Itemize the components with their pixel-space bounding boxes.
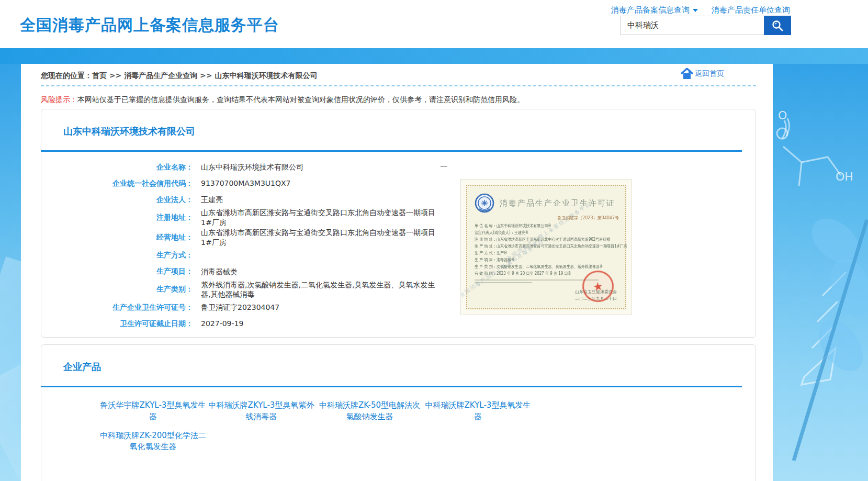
products-card-title: 企业产品 xyxy=(63,361,101,373)
field-row: 生产企业卫生许可证号：鲁卫消证字202304047 xyxy=(41,299,491,316)
nav-filing-query-link[interactable]: 消毒产品备案信息查询 xyxy=(611,5,698,15)
breadcrumb-enterprise-query[interactable]: 消毒产品生产企业查询 xyxy=(124,71,197,80)
product-link[interactable]: 中科瑞沃牌ZK-50型电解法次氯酸钠发生器 xyxy=(315,400,424,423)
field-label: 生产项目： xyxy=(41,267,193,276)
risk-warning-label: 风险提示： xyxy=(41,95,77,104)
field-label: 生产方式： xyxy=(41,251,193,260)
certificate-inner: 消毒产品生产企业卫生许可证 鲁卫消证字（2023）第04047号 单 位 名 称… xyxy=(466,185,626,309)
return-home-button[interactable]: 返回首页 xyxy=(680,68,724,80)
field-label: 企业统一社会信用代码： xyxy=(41,179,193,188)
field-value: 消毒器械类 xyxy=(201,267,238,277)
field-value: 紫外线消毒器,次氯酸钠发生器,二氧化氯发生器,臭氧发生器、臭氧水发生器,其他器械… xyxy=(201,280,444,300)
field-row: 企业法人：王建亮 xyxy=(41,192,491,208)
return-home-label: 返回首页 xyxy=(695,69,724,79)
nav-responsible-unit-label: 消毒产品责任单位查询 xyxy=(712,5,790,15)
field-value: 山东省潍坊市高新区潍安路与宝通街交叉路口东北角自动变速器一期项目1#厂房 xyxy=(201,228,444,248)
search-bar xyxy=(621,16,791,35)
certificate-line: 注 册 地 址：山东省潍坊高新区玉清东街以北中心次干道以西高新大厦902号科研楼 xyxy=(475,237,626,243)
risk-warning-text: 本网站仅基于已掌握的信息提供查询服务，查询结果不代表本网站对被查询对象信用状况的… xyxy=(77,95,524,104)
breadcrumb-prefix: 您现在的位置： xyxy=(41,71,92,80)
breadcrumb: 您现在的位置：首页 >> 消毒产品生产企业查询 >> 山东中科瑞沃环境技术有限公… xyxy=(41,71,317,81)
chevron-down-icon xyxy=(693,9,698,12)
dash-mark: — xyxy=(440,162,447,170)
field-row: 注册地址：山东省潍坊市高新区潍安路与宝通街交叉路口东北角自动变速器一期项目1#厂… xyxy=(41,208,491,228)
field-row: 经营地址：山东省潍坊市高新区潍安路与宝通街交叉路口东北角自动变速器一期项目1#厂… xyxy=(41,228,491,248)
field-row: 企业统一社会信用代码：91370700MA3M3U1QX7 xyxy=(41,175,491,192)
product-link[interactable]: 中科瑞沃牌ZKYL-3型臭氧紫外线消毒器 xyxy=(207,400,315,423)
field-label: 注册地址： xyxy=(41,213,193,222)
card-divider-2 xyxy=(41,386,742,387)
breadcrumb-current: 山东中科瑞沃环境技术有限公司 xyxy=(215,71,317,80)
dashed-divider xyxy=(41,85,756,86)
nav-responsible-unit-link[interactable]: 消毒产品责任单位查询 xyxy=(712,5,790,15)
field-row: 生产类别：紫外线消毒器,次氯酸钠发生器,二氧化氯发生器,臭氧发生器、臭氧水发生器… xyxy=(41,280,491,300)
field-value: 鲁卫消证字202304047 xyxy=(201,303,279,312)
field-row: 卫生许可证截止日期：2027-09-19 xyxy=(41,316,491,332)
svg-text:OH: OH xyxy=(836,170,853,183)
field-value: 山东中科瑞沃环境技术有限公司 xyxy=(201,162,303,172)
field-value: 山东省潍坊市高新区潍安路与宝通街交叉路口东北角自动变速器一期项目1#厂房 xyxy=(201,208,444,228)
breadcrumb-home[interactable]: 首页 xyxy=(92,71,107,80)
field-value: 91370700MA3M3U1QX7 xyxy=(201,178,290,188)
nav-filing-query-label: 消毒产品备案信息查询 xyxy=(611,5,690,15)
product-link[interactable]: 中科瑞沃牌ZK-200型化学法二氧化氯发生器 xyxy=(99,430,207,453)
header-blue-band xyxy=(0,48,868,64)
top-nav: 消毒产品备案信息查询 消毒产品责任单位查询 xyxy=(611,5,790,15)
products-card: 企业产品 鲁沃华宇牌ZKYL-3型臭氧发生器中科瑞沃牌ZKYL-3型臭氧紫外线消… xyxy=(41,344,756,481)
molecule-decor-icon: OH O xyxy=(773,84,868,461)
product-links: 鲁沃华宇牌ZKYL-3型臭氧发生器中科瑞沃牌ZKYL-3型臭氧紫外线消毒器中科瑞… xyxy=(99,400,559,453)
search-button[interactable] xyxy=(764,16,791,35)
breadcrumb-separator: >> xyxy=(109,71,121,80)
seal-star: ★ xyxy=(592,279,604,294)
card-divider xyxy=(41,150,742,152)
field-label: 生产企业卫生许可证号： xyxy=(41,303,193,312)
certificate-line: 生 产 项 目：消毒器械※ xyxy=(475,257,626,264)
field-value: 2027-09-19 xyxy=(201,319,243,329)
company-info-card: 山东中科瑞沃环境技术有限公司 企业名称：山东中科瑞沃环境技术有限公司企业统一社会… xyxy=(41,109,756,338)
field-label: 经营地址： xyxy=(41,233,193,242)
field-label: 企业法人： xyxy=(41,195,193,205)
certificate-number: 鲁卫消证字（2023）第04047号 xyxy=(475,215,619,221)
certificate-line: 生 产 地 址：山东省潍坊市高新区潍安路与宝通街交叉路口东北角自动变速器一期项目… xyxy=(475,243,626,250)
field-label: 企业名称： xyxy=(41,163,193,172)
breadcrumb-separator-2: >> xyxy=(200,71,212,80)
svg-text:O: O xyxy=(778,109,787,122)
license-certificate-image: 消毒产品生产企业卫生许可证 鲁卫消证字（2023）第04047号 单 位 名 称… xyxy=(461,180,632,315)
page-title: 全国消毒产品网上备案信息服务平台 xyxy=(20,15,279,36)
certificate-line: 生 产 方 式：生产※ xyxy=(475,250,626,257)
certificate-emblem-icon xyxy=(475,193,494,213)
product-link[interactable]: 中科瑞沃牌ZKYL-3型臭氧发生器 xyxy=(424,400,532,423)
field-label: 生产类别： xyxy=(41,285,193,294)
field-row: 生产方式： xyxy=(41,248,491,264)
field-value: 王建亮 xyxy=(201,195,223,205)
page: OH O 全国消毒产品网上备案信息服务平台 消毒产品备案信息查询 消毒产品责任单… xyxy=(0,0,868,481)
search-input[interactable] xyxy=(621,16,764,35)
risk-warning: 风险提示：本网站仅基于已掌握的信息提供查询服务，查询结果不代表本网站对被查询对象… xyxy=(41,95,524,105)
company-fields: 企业名称：山东中科瑞沃环境技术有限公司企业统一社会信用代码：91370700MA… xyxy=(41,159,491,332)
certificate-title: 消毒产品生产企业卫生许可证 xyxy=(500,198,615,208)
field-label: 卫生许可证截止日期： xyxy=(41,319,193,329)
home-icon xyxy=(680,68,694,80)
product-link[interactable]: 鲁沃华宇牌ZKYL-3型臭氧发生器 xyxy=(99,400,207,423)
certificate-fine-print xyxy=(475,279,599,281)
search-icon xyxy=(771,19,784,32)
field-row: 生产项目：消毒器械类 xyxy=(41,264,491,280)
company-card-title: 山东中科瑞沃环境技术有限公司 xyxy=(63,125,195,138)
field-row: 企业名称：山东中科瑞沃环境技术有限公司 xyxy=(41,159,491,175)
